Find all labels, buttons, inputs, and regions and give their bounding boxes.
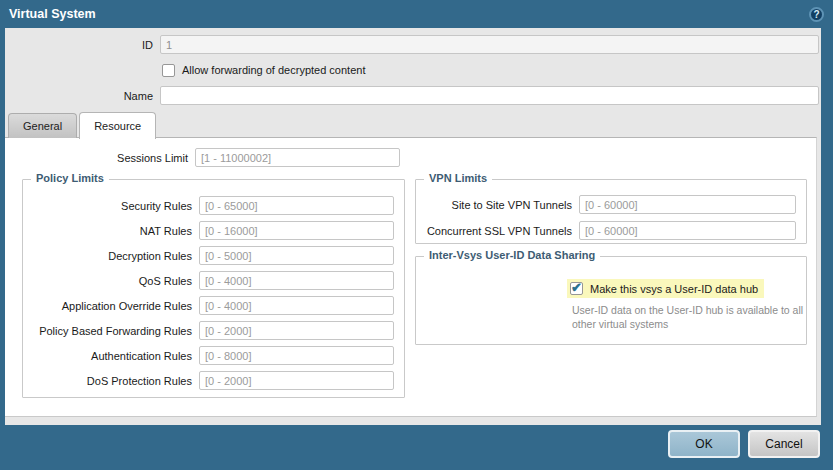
dialog-body: ID Allow forwarding of decrypted content… <box>5 28 821 425</box>
decryption-rules-input[interactable] <box>199 246 394 265</box>
ok-button[interactable]: OK <box>668 430 740 458</box>
user-id-hub-label: Make this vsys a User-ID data hub <box>590 283 758 295</box>
policy-limits-fieldset: Policy Limits Security Rules NAT Rules D… <box>22 179 405 398</box>
dos-protection-rules-label: DoS Protection Rules <box>23 375 199 387</box>
sessions-limit-label: Sessions Limit <box>5 152 195 164</box>
site-to-site-vpn-label: Site to Site VPN Tunnels <box>416 199 579 211</box>
name-row: Name <box>5 86 821 105</box>
app-override-rules-input[interactable] <box>199 296 394 315</box>
concurrent-ssl-vpn-input[interactable] <box>579 221 796 240</box>
dialog-footer: OK Cancel <box>0 425 833 470</box>
pbf-rules-row: Policy Based Forwarding Rules <box>23 321 404 340</box>
policy-limits-legend: Policy Limits <box>31 172 109 184</box>
nat-rules-input[interactable] <box>199 221 394 240</box>
dialog-titlebar: Virtual System ? <box>0 0 833 28</box>
name-field[interactable] <box>160 86 819 105</box>
authentication-rules-label: Authentication Rules <box>23 350 199 362</box>
authentication-rules-row: Authentication Rules <box>23 346 404 365</box>
nat-rules-row: NAT Rules <box>23 221 404 240</box>
dos-protection-rules-input[interactable] <box>199 371 394 390</box>
user-id-hub-checkbox[interactable] <box>570 282 583 295</box>
user-id-sharing-fieldset: Inter-Vsys User-ID Data Sharing Make thi… <box>415 256 807 345</box>
forward-decrypted-row[interactable]: Allow forwarding of decrypted content <box>162 63 821 77</box>
name-label: Name <box>5 90 160 102</box>
security-rules-label: Security Rules <box>23 200 199 212</box>
id-label: ID <box>5 39 160 51</box>
qos-rules-label: QoS Rules <box>23 275 199 287</box>
cancel-button[interactable]: Cancel <box>748 430 820 458</box>
resource-tab-panel: Sessions Limit Policy Limits Security Ru… <box>5 137 817 417</box>
nat-rules-label: NAT Rules <box>23 225 199 237</box>
sessions-limit-input[interactable] <box>195 148 400 167</box>
user-id-sharing-legend: Inter-Vsys User-ID Data Sharing <box>424 249 600 261</box>
user-id-hub-row[interactable]: Make this vsys a User-ID data hub <box>567 279 764 298</box>
sessions-limit-row: Sessions Limit <box>5 148 400 167</box>
tab-general[interactable]: General <box>8 113 77 138</box>
forward-decrypted-label: Allow forwarding of decrypted content <box>182 64 365 76</box>
help-icon[interactable]: ? <box>809 7 824 22</box>
pbf-rules-label: Policy Based Forwarding Rules <box>23 325 199 337</box>
vpn-limits-fieldset: VPN Limits Site to Site VPN Tunnels Conc… <box>415 179 807 244</box>
concurrent-ssl-vpn-label: Concurrent SSL VPN Tunnels <box>416 225 579 237</box>
virtual-system-dialog: Virtual System ? ID Allow forwarding of … <box>0 0 833 470</box>
app-override-rules-row: Application Override Rules <box>23 296 404 315</box>
qos-rules-row: QoS Rules <box>23 271 404 290</box>
dialog-title: Virtual System <box>9 7 809 21</box>
pbf-rules-input[interactable] <box>199 321 394 340</box>
site-to-site-vpn-input[interactable] <box>579 195 796 214</box>
dos-protection-rules-row: DoS Protection Rules <box>23 371 404 390</box>
id-row: ID <box>5 35 821 54</box>
user-id-hub-help-text: User-ID data on the User-ID hub is avail… <box>572 303 817 331</box>
tab-resource[interactable]: Resource <box>79 112 156 139</box>
qos-rules-input[interactable] <box>199 271 394 290</box>
vpn-limits-legend: VPN Limits <box>424 172 492 184</box>
app-override-rules-label: Application Override Rules <box>23 300 199 312</box>
id-field <box>160 35 819 54</box>
security-rules-input[interactable] <box>199 196 394 215</box>
decryption-rules-row: Decryption Rules <box>23 246 404 265</box>
decryption-rules-label: Decryption Rules <box>23 250 199 262</box>
top-form-section: ID Allow forwarding of decrypted content… <box>5 28 821 112</box>
site-to-site-vpn-row: Site to Site VPN Tunnels <box>416 195 806 214</box>
authentication-rules-input[interactable] <box>199 346 394 365</box>
security-rules-row: Security Rules <box>23 196 404 215</box>
forward-decrypted-checkbox[interactable] <box>162 64 175 77</box>
tab-strip: General Resource <box>8 112 156 138</box>
concurrent-ssl-vpn-row: Concurrent SSL VPN Tunnels <box>416 221 806 240</box>
